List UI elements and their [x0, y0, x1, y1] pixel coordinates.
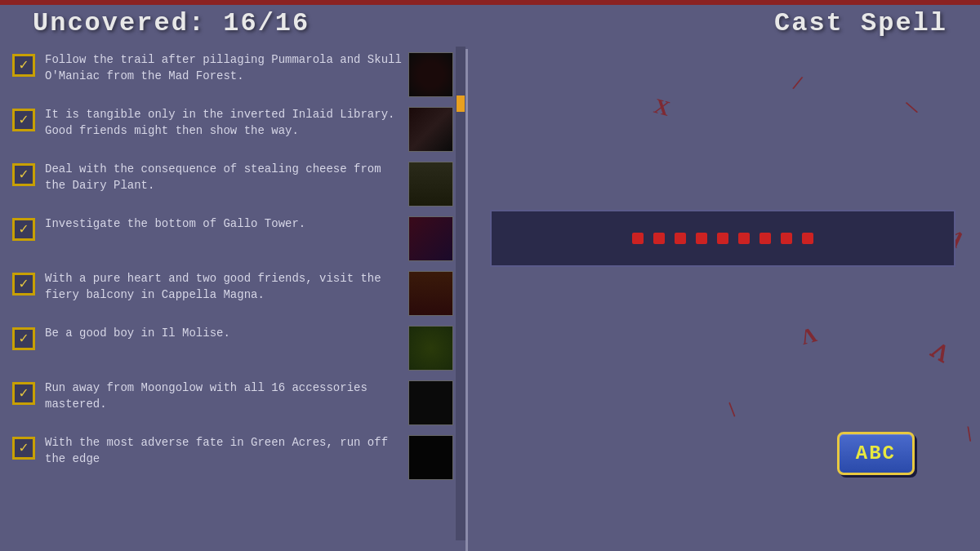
quest-item: ✓With a pure heart and two good friends,… [8, 269, 457, 318]
quest-checkbox[interactable]: ✓ [12, 218, 35, 241]
quest-list-panel: ✓Follow the trail after pillaging Pummar… [0, 47, 466, 540]
quest-checkbox[interactable]: ✓ [12, 163, 35, 186]
quest-image [408, 216, 453, 261]
quest-text: With the most adverse fate in Green Acre… [45, 435, 408, 467]
rune-symbol: Ʌ [927, 338, 953, 367]
quest-checkbox[interactable]: ✓ [12, 109, 35, 131]
scrollbar-thumb[interactable] [457, 96, 465, 112]
checkbox-check-icon: ✓ [20, 331, 29, 346]
rune-symbol: X [652, 94, 673, 122]
quest-text: Follow the trail after pillaging Pummaro… [45, 52, 408, 84]
quest-text: Deal with the consequence of stealing ch… [45, 162, 408, 193]
checkbox-check-icon: ✓ [20, 441, 29, 455]
spell-panel: /\XVAΛɅ/\X ABC [466, 47, 980, 540]
quest-image [408, 271, 453, 316]
quest-image-art [409, 108, 452, 151]
quest-image-art [409, 272, 452, 315]
spell-dot [760, 233, 771, 244]
spell-dot [802, 233, 813, 244]
quest-list: ✓Follow the trail after pillaging Pummar… [8, 51, 457, 482]
checkbox-check-icon: ✓ [20, 58, 29, 73]
quest-checkbox[interactable]: ✓ [12, 273, 35, 295]
quest-item: ✓Deal with the consequence of stealing c… [8, 160, 457, 208]
main-container: ✓Follow the trail after pillaging Pummar… [0, 47, 980, 540]
quest-checkbox[interactable]: ✓ [12, 437, 35, 460]
rune-symbol: Λ [799, 322, 820, 350]
cast-spell-title: Cast Spell [774, 8, 947, 38]
rune-symbol: / [791, 71, 804, 96]
quest-image-art [409, 327, 452, 370]
quest-image-art [409, 162, 452, 206]
quest-checkbox[interactable]: ✓ [12, 382, 35, 405]
checkbox-check-icon: ✓ [20, 277, 29, 291]
quest-text: With a pure heart and two good friends, … [45, 271, 408, 303]
rune-symbol: \ [964, 422, 973, 447]
quest-checkbox[interactable]: ✓ [12, 54, 35, 77]
spell-display [490, 210, 956, 267]
quest-item: ✓Run away from Moongolow with all 16 acc… [8, 379, 457, 427]
quest-image [408, 52, 453, 97]
quest-image [408, 380, 453, 425]
quest-text: It is tangible only in the inverted Inla… [45, 107, 408, 139]
quest-item: ✓Investigate the bottom of Gallo Tower. [8, 215, 457, 263]
spell-dot [717, 233, 728, 244]
header: Uncovered: 16/16 Cast Spell [0, 0, 980, 42]
spell-dot [738, 233, 750, 244]
rune-symbol: / [722, 398, 742, 421]
spell-dot [781, 233, 792, 244]
quest-checkbox[interactable]: ✓ [12, 327, 35, 350]
quest-image [408, 435, 453, 480]
checkbox-check-icon: ✓ [20, 113, 29, 127]
quest-image [408, 326, 453, 371]
spell-dot [653, 233, 665, 244]
quest-image-art [409, 53, 452, 96]
quest-text: Be a good boy in Il Molise. [45, 326, 408, 342]
quest-image [408, 107, 453, 152]
spell-dot [696, 233, 707, 244]
checkbox-check-icon: ✓ [20, 222, 29, 237]
scrollbar[interactable] [456, 47, 466, 540]
spell-dot [632, 233, 644, 244]
checkbox-check-icon: ✓ [20, 167, 29, 182]
top-border [0, 0, 980, 5]
uncovered-title: Uncovered: 16/16 [33, 8, 310, 38]
abc-button[interactable]: ABC [837, 432, 915, 475]
quest-item: ✓With the most adverse fate in Green Acr… [8, 433, 457, 482]
spell-dot [675, 233, 686, 244]
quest-item: ✓It is tangible only in the inverted Inl… [8, 105, 457, 153]
rune-symbol: \ [903, 96, 920, 120]
quest-item: ✓Follow the trail after pillaging Pummar… [8, 51, 457, 99]
quest-text: Run away from Moongolow with all 16 acce… [45, 380, 408, 412]
quest-item: ✓Be a good boy in Il Molise. [8, 324, 457, 372]
quest-image-art [409, 381, 452, 424]
spell-dots [632, 233, 813, 244]
quest-image-art [409, 217, 452, 260]
quest-image-art [409, 436, 452, 479]
checkbox-check-icon: ✓ [20, 386, 29, 401]
quest-image [408, 162, 453, 207]
quest-text: Investigate the bottom of Gallo Tower. [45, 216, 408, 233]
